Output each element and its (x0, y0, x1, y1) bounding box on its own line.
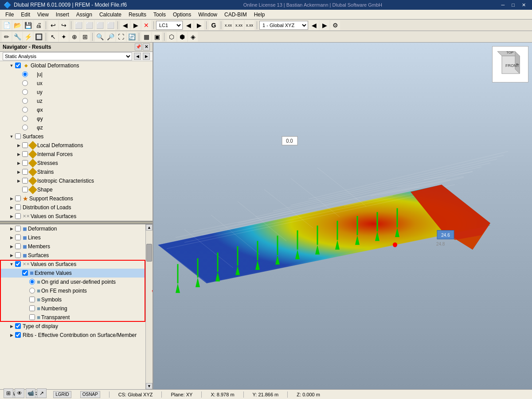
tree-item-phiy[interactable]: φy (0, 114, 153, 123)
menu-help[interactable]: Help (250, 10, 269, 19)
menu-results[interactable]: Results (125, 10, 150, 19)
tree-item-local-def[interactable]: ▶ Local Deformations (0, 141, 153, 150)
tree-item-ribs[interactable]: ▶ Ribs - Effective Contribution on Surfa… (0, 331, 145, 340)
t2-zoom-fit[interactable]: ⛶ (116, 32, 126, 42)
undo-btn[interactable]: ↩ (48, 20, 58, 30)
checkbox-lines-b[interactable] (15, 235, 21, 240)
checkbox-isotropic[interactable] (22, 178, 28, 184)
t2-rotate[interactable]: 🔄 (127, 32, 137, 42)
radio-u-abs[interactable] (22, 71, 28, 77)
tree-item-members-b[interactable]: ▶ ◼ Members (0, 242, 145, 251)
radio-phiy[interactable] (22, 116, 28, 121)
save-btn[interactable]: 💾 (23, 20, 33, 30)
tb-btn-stop[interactable]: ✕ (141, 20, 151, 30)
tree-item-strains[interactable]: ▶ Strains (0, 168, 153, 176)
tree-item-phiz[interactable]: φz (0, 123, 153, 132)
tree-item-global-deformations[interactable]: ▼ ◆ Global Deformations (0, 61, 153, 70)
t2-more3[interactable]: ◈ (188, 32, 198, 42)
nav-close-btn[interactable]: ✕ (143, 43, 150, 51)
tree-item-ux[interactable]: ux (0, 79, 153, 88)
tree-item-uz[interactable]: uz (0, 97, 153, 106)
tree-item-deformation-b[interactable]: ▶ ◼ Deformation (0, 224, 145, 233)
close-button[interactable]: ✕ (519, 0, 528, 9)
checkbox-global-deformations[interactable] (15, 63, 21, 68)
checkbox-ribs[interactable] (15, 332, 21, 338)
t2-10[interactable]: 🔎 (106, 32, 115, 42)
lc-dropdown[interactable]: LC1 (156, 21, 183, 30)
t2-5[interactable]: ↖ (48, 32, 58, 42)
coord-extra[interactable]: ⚙ (330, 20, 340, 30)
coord-prev[interactable]: ◀ (309, 20, 319, 30)
tb-btn-1[interactable]: ⬜ (74, 20, 83, 30)
scroll-down-btn[interactable]: ▼ (146, 383, 153, 389)
tree-item-dist-loads[interactable]: ▶ Distribution of Loads (0, 203, 153, 212)
lc-next[interactable]: ▶ (194, 20, 204, 30)
checkbox-transparent[interactable] (29, 314, 35, 320)
t2-1[interactable]: ✏ (2, 32, 12, 42)
checkbox-stresses[interactable] (22, 160, 28, 166)
tree-item-fe-mesh-points[interactable]: ◼ On FE mesh points (0, 286, 145, 295)
radio-phiz[interactable] (22, 125, 28, 130)
tb-btn-5[interactable]: ◀ (120, 20, 130, 30)
radio-grid-points[interactable] (29, 279, 35, 285)
minimize-button[interactable]: ─ (499, 0, 508, 9)
t2-8[interactable]: ⊞ (80, 32, 90, 42)
redo-btn[interactable]: ↪ (59, 20, 69, 30)
tree-item-u-abs[interactable]: |u| (0, 70, 153, 79)
scroll-thumb[interactable] (146, 244, 152, 262)
tree-item-surfaces-b[interactable]: ▶ ◼ Surfaces (0, 251, 145, 260)
radio-fe-mesh-points[interactable] (29, 288, 35, 293)
bottom-icon-3[interactable]: 📹 (26, 388, 35, 398)
nav-back-btn[interactable]: ◀ (134, 53, 141, 60)
checkbox-values-surfaces-top[interactable] (15, 213, 21, 219)
checkbox-surfaces-b[interactable] (15, 252, 21, 258)
lc-prev[interactable]: ◀ (184, 20, 193, 30)
tree-item-values-on-surfaces[interactable]: ▼ ✕✕ Values on Surfaces (0, 260, 145, 269)
analysis-dropdown[interactable]: Static Analysis (3, 52, 132, 60)
menu-insert[interactable]: Insert (52, 10, 73, 19)
osnap-btn[interactable]: OSNAP (80, 391, 100, 398)
tree-item-support-react[interactable]: ▶ ★ Support Reactions (0, 194, 153, 203)
menu-window[interactable]: Window (195, 10, 221, 19)
radio-phix[interactable] (22, 107, 28, 113)
tb-xr2[interactable]: x.xx (234, 20, 244, 30)
tree-item-stresses[interactable]: ▶ Stresses (0, 159, 153, 168)
menu-view[interactable]: View (34, 10, 52, 19)
checkbox-values-on-surfaces[interactable] (15, 261, 21, 267)
tb-xr3[interactable]: x.xx (245, 20, 254, 30)
tree-item-phix[interactable]: φx (0, 106, 153, 114)
menu-edit[interactable]: Edit (17, 10, 34, 19)
checkbox-dist-loads[interactable] (15, 204, 21, 210)
t2-7[interactable]: ⊕ (70, 32, 79, 42)
t2-more2[interactable]: ⬢ (177, 32, 187, 42)
checkbox-numbering[interactable] (29, 305, 35, 311)
t2-4[interactable]: 🔲 (34, 32, 43, 42)
tb-btn-2[interactable]: ⬜ (84, 20, 94, 30)
menu-file[interactable]: File (2, 10, 17, 19)
scroll-up-btn[interactable]: ▲ (146, 224, 153, 231)
tree-item-numbering[interactable]: ◼ Numbering (0, 304, 145, 313)
checkbox-strains[interactable] (22, 169, 28, 175)
tb-g[interactable]: G (209, 20, 219, 30)
new-btn[interactable]: 📄 (2, 20, 12, 30)
tree-item-transparent[interactable]: ◼ Transparent (0, 313, 145, 322)
t2-6[interactable]: ✦ (59, 32, 69, 42)
tree-item-lines-b[interactable]: ▶ ◼ Lines (0, 233, 145, 242)
t2-9[interactable]: 🔍 (95, 32, 105, 42)
tb-btn-3[interactable]: ⬜ (95, 20, 105, 30)
menu-tools[interactable]: Tools (150, 10, 169, 19)
tb-btn-6[interactable]: ▶ (131, 20, 141, 30)
checkbox-shape[interactable] (22, 187, 28, 192)
tree-item-values-surfaces-top[interactable]: ▶ ✕✕ Values on Surfaces (0, 212, 153, 221)
tree-item-grid-points[interactable]: ◼ On grid and user-defined points (0, 278, 145, 286)
nav-forward-btn[interactable]: ▶ (143, 53, 150, 60)
print-btn[interactable]: 🖨 (34, 20, 43, 30)
t2-3[interactable]: ⚡ (23, 32, 33, 42)
t2-more1[interactable]: ⬡ (167, 32, 176, 42)
tree-item-surfaces[interactable]: ▼ Surfaces (0, 132, 153, 141)
coord-next[interactable]: ▶ (320, 20, 329, 30)
lgrid-btn[interactable]: LGRID (53, 391, 71, 398)
radio-uy[interactable] (22, 89, 28, 95)
maximize-button[interactable]: □ (509, 0, 517, 9)
bottom-icon-1[interactable]: ⊞ (4, 388, 13, 398)
